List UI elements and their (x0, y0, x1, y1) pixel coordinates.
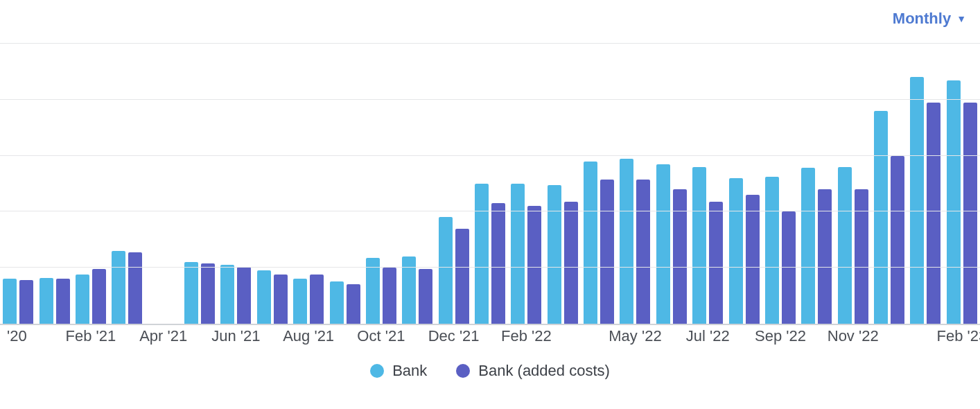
bar-bank-added (128, 252, 142, 324)
bar-bank (729, 178, 743, 324)
bar-group (475, 44, 505, 324)
bar-bank-added (19, 280, 33, 324)
x-axis-tick-label: Aug '21 (283, 327, 334, 345)
bar-bank-added (782, 211, 796, 324)
bar-bank-added (419, 269, 432, 324)
bar-bank (511, 184, 525, 324)
bar-group (293, 44, 324, 324)
x-axis-tick-label: Feb '21 (66, 327, 116, 345)
period-selector-label: Monthly (893, 10, 951, 28)
bar-bank-added (237, 267, 251, 324)
plot-area (0, 43, 980, 325)
bar-bank-added (963, 103, 977, 324)
x-axis-tick-label: Apr '21 (139, 327, 187, 345)
x-axis-tick-label: May '22 (609, 327, 661, 345)
x-axis-labels: '20Feb '21Apr '21Jun '21Aug '21Oct '21De… (0, 327, 980, 344)
bar-bank (112, 251, 125, 324)
chevron-down-icon: ▼ (956, 13, 966, 24)
gridline (0, 211, 980, 211)
legend-swatch-bank (370, 364, 384, 378)
bar-bank (874, 111, 888, 324)
x-axis-tick-label: Jul '22 (686, 327, 730, 345)
x-axis-tick-label: Feb '23 (936, 327, 980, 345)
gridline (0, 155, 980, 156)
bar-bank-added (274, 275, 288, 324)
x-axis-tick-label: Feb '22 (501, 327, 552, 345)
bar-group (584, 44, 614, 324)
bar-bank (765, 177, 779, 324)
bar-bank-added (310, 275, 324, 324)
bar-group (40, 44, 70, 324)
bar-bank-added (855, 189, 868, 324)
bar-bank-added (709, 202, 723, 324)
bar-bank-added (56, 279, 70, 324)
bar-bank (3, 279, 17, 324)
bar-group (947, 44, 977, 324)
bar-group (620, 44, 650, 324)
bar-bank (620, 159, 633, 324)
bar-group (439, 44, 469, 324)
bar-bank (257, 270, 271, 324)
gridline (0, 267, 980, 268)
legend-swatch-bank-added (456, 364, 470, 378)
bar-bank-added (491, 203, 505, 324)
bar-bank (656, 164, 670, 324)
legend-item-bank: Bank (370, 362, 427, 380)
bar-bank-added (564, 202, 578, 324)
gridline (0, 43, 980, 44)
bar-bank (947, 80, 961, 324)
bar-bank (548, 185, 561, 324)
bar-bank-added (891, 156, 904, 324)
bar-group (910, 44, 940, 324)
bar-group (548, 44, 578, 324)
bar-group (402, 44, 432, 324)
bar-bank (692, 167, 706, 324)
bar-group (511, 44, 541, 324)
bar-bank-added (92, 269, 106, 324)
bar-bank-added (927, 103, 940, 324)
bar-bank (910, 77, 924, 324)
bar-bank-added (746, 195, 760, 324)
legend-label-bank: Bank (392, 362, 427, 380)
bar-group (656, 44, 687, 324)
x-axis-tick-label: Sep '22 (755, 327, 806, 345)
bar-bank (330, 281, 344, 324)
bar-bank-added (600, 180, 614, 324)
bar-group (148, 44, 179, 324)
bar-bank-added (455, 229, 469, 324)
bar-group (257, 44, 288, 324)
legend: Bank Bank (added costs) (0, 362, 980, 380)
bar-group (874, 44, 904, 324)
bar-bank (293, 279, 307, 324)
bar-group (838, 44, 868, 324)
period-selector[interactable]: Monthly ▼ (893, 10, 966, 28)
bar-bank-added (818, 189, 832, 324)
x-axis-tick-label: Jun '21 (211, 327, 260, 345)
bar-bank-added (383, 268, 396, 324)
bar-group (366, 44, 396, 324)
bar-group (184, 44, 215, 324)
chart-container: Monthly ▼ '20Feb '21Apr '21Jun '21Aug '2… (0, 0, 980, 409)
bar-bank (220, 265, 234, 324)
bar-bank (40, 278, 53, 324)
bar-bank-added (673, 189, 687, 324)
bar-bank (838, 167, 852, 324)
bar-group (801, 44, 832, 324)
bar-bank (76, 275, 89, 324)
bar-bank (184, 262, 198, 324)
legend-item-bank-added: Bank (added costs) (456, 362, 610, 380)
x-axis-tick-label: Oct '21 (357, 327, 405, 345)
x-axis-tick-label: '20 (7, 327, 27, 345)
bar-group (729, 44, 760, 324)
bar-bank (475, 184, 489, 324)
x-axis-tick-label: Dec '21 (428, 327, 480, 345)
gridline (0, 99, 980, 100)
bar-group (76, 44, 106, 324)
bar-bank-added (201, 263, 215, 324)
bar-group (220, 44, 251, 324)
bar-bank-added (347, 284, 360, 324)
bar-group (3, 44, 33, 324)
bar-bank-added (527, 206, 541, 324)
bar-group (692, 44, 723, 324)
x-axis-tick-label: Nov '22 (828, 327, 879, 345)
